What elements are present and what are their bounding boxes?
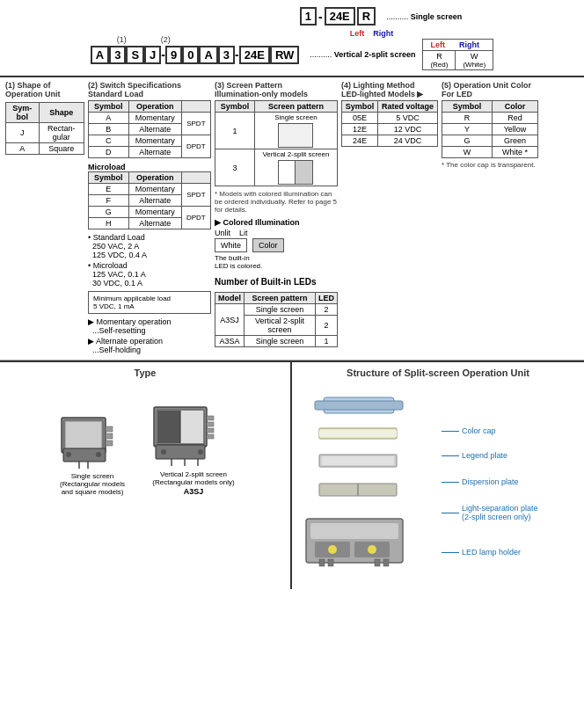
min-load-box: Minimum applicable load5 VDC, 1 mA	[88, 291, 211, 314]
a3sj-label: A3SJ	[184, 487, 204, 496]
micro-op-e: Momentary	[128, 184, 181, 195]
color-title: (5) Operation Unit ColorFor LED	[442, 81, 538, 98]
single-screen-label: .......... Single screen	[386, 12, 462, 21]
section-switch: (2) Switch SpecificationsStandard Load S…	[88, 81, 211, 356]
code-24e2: 24E	[239, 46, 270, 64]
code-0: 0	[182, 46, 199, 64]
color-r: R	[430, 52, 448, 61]
svg-rect-35	[310, 523, 398, 539]
bottom-left-title: Type	[135, 368, 157, 378]
standard-load-table: Symbol Operation A Momentary SPDT B Alte…	[88, 100, 211, 158]
part-light-sep: Light-separation plate(2-split screen on…	[442, 504, 538, 521]
section-shape: (1) Shape ofOperation Unit Sym-bol Shape…	[5, 81, 84, 356]
svg-rect-42	[375, 559, 380, 566]
color-red: (Red)	[430, 61, 448, 69]
micro-sym-e: E	[89, 184, 129, 195]
shape-row-a: A Square	[6, 143, 84, 155]
std-row-a: A Momentary SPDT	[89, 113, 211, 124]
num-leds-led2: 2	[316, 316, 338, 336]
num-leds-row1: A3SJ Single screen 2	[215, 304, 338, 316]
shape-sym-a: A	[6, 143, 40, 155]
svg-point-21	[161, 449, 166, 455]
std-sym-c: C	[89, 135, 129, 147]
bottom-right-title: Structure of Split-screen Operation Unit	[297, 368, 579, 378]
std-bullets: Standard Load 250 VAC, 2 A 125 VDC, 0.4 …	[88, 233, 211, 288]
micro-type-dpdt: DPDT	[181, 207, 210, 229]
legend-plate-label: Legend plate	[462, 451, 507, 460]
svg-rect-5	[106, 440, 113, 446]
annot-1: (1)	[117, 35, 127, 44]
microload-table: Symbol Operation E Momentary SPDT F Alte…	[88, 171, 211, 229]
std-sym-a: A	[89, 113, 129, 124]
svg-rect-2	[66, 422, 101, 448]
code-3b: 3	[218, 46, 235, 64]
code-dash1: -	[318, 10, 323, 24]
light-row-05e: 05E 5 VDC	[342, 113, 438, 124]
code-3: 3	[109, 46, 126, 64]
svg-point-38	[328, 545, 337, 554]
shape-square: Square	[39, 143, 84, 155]
color-sym-r: R	[442, 113, 493, 124]
colored-illum-title: ▶ Colored Illumination	[215, 218, 338, 227]
screen-row-1: 1 Single screen	[215, 113, 338, 149]
color-val-r: Red	[493, 113, 538, 124]
explode-diagram-svg	[297, 389, 438, 582]
lit-box: Color	[252, 238, 284, 252]
right-label: Right	[373, 29, 393, 38]
code-a: A	[91, 46, 109, 64]
micro-type-spdt: SPDT	[181, 184, 210, 207]
unlit-lit-labels: Unlit Lit	[215, 229, 338, 237]
lit-label: Lit	[239, 229, 248, 237]
screen-pat-3: Vertical 2-split screen	[254, 149, 337, 186]
screen-table: Symbol Screen pattern 1 Single screen 3 …	[215, 100, 338, 186]
color-sym-g: G	[442, 135, 493, 147]
color-val-w: White *	[493, 147, 538, 158]
num-leds-pat2: Vertical 2-split screen	[245, 316, 316, 336]
device-images: Single screen(Rectangular modelsand squa…	[53, 394, 237, 496]
code-j: J	[144, 46, 161, 64]
svg-point-39	[368, 545, 376, 554]
code-a3: A	[199, 46, 217, 64]
light-sym-24e: 24E	[342, 135, 378, 147]
std-op-d: Alternate	[128, 147, 181, 158]
svg-rect-27	[315, 401, 403, 410]
split-screen-caption: Vertical 2-split screen(Rectangular mode…	[152, 470, 234, 486]
std-bullet1: Standard Load 250 VAC, 2 A 125 VDC, 0.4 …	[88, 233, 211, 259]
svg-point-8	[96, 452, 101, 457]
micro-header-type	[181, 172, 210, 184]
switch-title: (2) Switch SpecificationsStandard Load	[88, 81, 211, 98]
top-section: 1 - 24E R .......... Single screen Left …	[0, 0, 584, 77]
micro-header-symbol: Symbol	[89, 172, 129, 184]
std-sym-b: B	[89, 124, 129, 135]
light-sym-12e: 12E	[342, 124, 378, 135]
svg-point-22	[198, 449, 203, 455]
micro-op-g: Momentary	[128, 207, 181, 218]
section-lighting: (4) Lighting MethodLED-lighted Models ▶ …	[341, 81, 438, 356]
svg-rect-31	[322, 456, 394, 465]
num-leds-pat1: Single screen	[245, 304, 316, 316]
screen-sym-1: 1	[215, 113, 255, 149]
screen-row-3: 3 Vertical 2-split screen	[215, 149, 338, 186]
svg-rect-19	[207, 434, 214, 439]
light-row-24e: 24E 24 VDC	[342, 135, 438, 147]
screen-pat-1: Single screen	[254, 113, 337, 149]
shape-rectangular: Rectan-gular	[39, 123, 84, 143]
part-legend-plate: Legend plate	[442, 451, 538, 460]
code-s: S	[126, 46, 144, 64]
num-leds-table: Model Screen pattern LED A3SJ Single scr…	[215, 292, 338, 347]
std-op-b: Alternate	[128, 124, 181, 135]
momentary-bullet: Momentary operation ...Self-resetting	[88, 317, 211, 335]
main-content: (1) Shape ofOperation Unit Sym-bol Shape…	[0, 77, 584, 360]
light-voltage-12e: 12 VDC	[377, 124, 437, 135]
std-row-c: C Momentary DPDT	[89, 135, 211, 147]
micro-op-f: Alternate	[128, 195, 181, 207]
svg-rect-14	[180, 411, 203, 443]
color-row-y: Y Yellow	[442, 124, 538, 135]
lighting-title: (4) Lighting MethodLED-lighted Models ▶	[341, 81, 438, 98]
std-type-spdt1: SPDT	[181, 113, 210, 135]
dispersion-plate-label: Dispersion plate	[462, 477, 519, 486]
screen-sym-3: 3	[215, 149, 255, 186]
color-right-header: Right	[459, 40, 479, 49]
light-header-sym: Symbol	[342, 101, 378, 113]
color-left-header: Left	[430, 40, 445, 49]
